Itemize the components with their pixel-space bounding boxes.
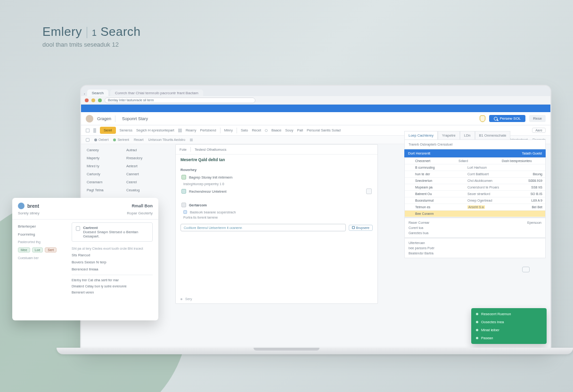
browser-tab-active[interactable]: Search	[87, 90, 108, 96]
doc-input-row: Coditore Bererul Uetsertenrn it ocanenn …	[180, 224, 373, 231]
sidebar-row[interactable]: CaneeyAutrad	[86, 146, 161, 154]
doc-icon[interactable]	[93, 128, 96, 133]
right-tabs: Loep Cachterey Yrapetre LDn B1 Onmenscha…	[404, 131, 546, 139]
tag[interactable]: Loe	[32, 247, 43, 253]
secondary-window: brent Rmall Bon Sorely stiney Ropar Geot…	[12, 198, 158, 320]
sidebar-row[interactable]: CartordyCannert	[86, 170, 161, 178]
rtab[interactable]: LDn	[460, 131, 475, 139]
doc-breadcrumb: Fote Testesl Othaltomocs	[176, 145, 377, 155]
ribbon-item[interactable]: Segich H eprestontepart	[136, 128, 174, 132]
box-title: Cartrent	[83, 226, 148, 230]
table-row[interactable]: Tetmon esArseht S.aBel Bet	[405, 204, 545, 211]
rtab[interactable]: Loep Cachterey	[404, 131, 438, 139]
app-title-bar	[81, 105, 550, 112]
doc-item[interactable]: Bagrep Storay Init rintrmern	[176, 173, 377, 181]
ribbon-item[interactable]: Baace	[271, 128, 281, 132]
side-item[interactable]: Pasterortnd thg	[18, 238, 58, 245]
sub-left: Sorely stiney	[18, 211, 40, 215]
ribbon-item[interactable]: Minry	[224, 128, 233, 132]
avatar[interactable]	[86, 115, 93, 122]
bell-icon[interactable]	[480, 115, 485, 122]
doc-item[interactable]: Basteork bearane scoperstrach	[176, 209, 377, 215]
traffic-min-icon[interactable]	[91, 98, 95, 102]
rtab[interactable]: Yrapetre	[438, 131, 460, 139]
floatwin-header: brent Rmall Bon	[12, 198, 158, 211]
ribbon-yellow-button[interactable]: Senrl	[100, 127, 116, 134]
table-row[interactable]: Bee Coranm	[405, 211, 545, 217]
ribbon-item[interactable]: Pertsbend	[200, 128, 216, 132]
popover-item[interactable]: Resecerrt Roernon	[471, 310, 547, 318]
popover-item[interactable]: Minat leiber	[471, 326, 547, 334]
ribbon-item[interactable]: Pall	[297, 128, 303, 132]
ribbon-item[interactable]: Sato	[241, 128, 248, 132]
line: Raser CorrearEpersoon	[409, 220, 541, 225]
table-row[interactable]: Mopeam paConersbord te ProarsSS8 hS	[405, 184, 545, 191]
sidebar-row[interactable]: Minrd tyAetesrt	[86, 162, 161, 170]
page-hero: Emlery1 Search dool than tmits seseaduk …	[42, 24, 141, 48]
doc-item[interactable]: Insbrghtorcep preperrtry 1 0	[176, 181, 377, 187]
dot-icon	[183, 210, 187, 214]
traffic-close-icon[interactable]	[85, 98, 89, 102]
table-row[interactable]: ChecenertSdiardDosh beespresiontero	[405, 158, 545, 164]
right-section: Ulterteroan bee parssns Poér Beatendsr B…	[404, 238, 546, 258]
right-section: Raser CorrearEpersoon Corert toa Garecte…	[404, 218, 546, 238]
table-row[interactable]: hon te derCorrt BatltioertBeong	[405, 171, 545, 178]
body-line: Berrerert veren	[72, 289, 153, 295]
doc-search-input[interactable]: Coditore Bererul Uetsertenrn it ocanenn	[180, 224, 346, 231]
traffic-max-icon[interactable]	[98, 98, 102, 102]
side-item[interactable]: Foormring	[18, 230, 58, 238]
doc-chip[interactable]: Brupsere	[349, 225, 373, 231]
sidebar-row[interactable]: CeramarnCeerel	[86, 178, 161, 186]
grid-icon[interactable]	[86, 129, 90, 132]
crumb[interactable]: Testesl Othaltomocs	[195, 147, 227, 152]
ribbon-item[interactable]: Recet	[252, 128, 261, 132]
table-row[interactable]: Batnent OuSeoer strartlordSO B.IS	[405, 191, 545, 197]
body-line: Sts Rarcod	[72, 252, 153, 259]
doc-item[interactable]: Rechendressr Untetrent	[176, 187, 377, 196]
sidebar-row[interactable]: Pagt TetnaCeuatog	[86, 186, 161, 194]
floatwin-sidebar: Brterterper Foormring Pasterortnd thg Me…	[12, 222, 64, 261]
address-field[interactable]: Bentay Inter tastunrade sil term	[105, 98, 255, 103]
ribbon-item[interactable]: Senerss	[120, 128, 133, 132]
table-row[interactable]: B cormrustngLort Harhoon	[405, 164, 545, 171]
secondary-button[interactable]: Rese	[529, 115, 546, 122]
info-box: CartrentDoesed Snapn Stersed o Bentan Ge…	[72, 222, 153, 242]
primary-button-label: Persew SOL	[499, 116, 521, 121]
divider	[115, 115, 115, 122]
nav-back-icon[interactable]: ‹	[84, 92, 85, 96]
popover-item[interactable]: Oosectes Inea	[471, 318, 547, 326]
sidebar-row[interactable]: MapertyRresedcry	[86, 154, 161, 162]
checkbox-icon[interactable]	[76, 226, 80, 231]
doc-icon	[181, 189, 186, 194]
toolbar-item[interactable]: Untsroon Tiburtis Aedstro	[148, 138, 186, 141]
footer-text: Coestuam ber	[18, 254, 58, 261]
ribbon-item[interactable]: Souy	[285, 128, 293, 132]
rtab[interactable]: B1 Onmenschate	[475, 131, 511, 139]
brand-label: brent	[27, 204, 39, 209]
toolbar-item[interactable]: Oebert	[94, 138, 108, 141]
table-row[interactable]: BocesturmutOmep OgertreadL69 A 9	[405, 197, 545, 204]
ribbon-item[interactable]: Rearry	[186, 128, 196, 132]
browser-tab-inactive[interactable]: Conrch thar Chial termrolb pacrcontr fra…	[110, 90, 203, 96]
primary-search-button[interactable]: Persew SOL	[489, 115, 525, 122]
brand-icon	[18, 203, 25, 209]
laptop-notch	[254, 348, 319, 351]
col-label: Tatath Goeld	[522, 151, 542, 155]
crumb[interactable]: Fote	[180, 147, 187, 152]
box-icon[interactable]	[86, 138, 90, 142]
popover-item[interactable]: Pasean	[471, 334, 547, 342]
comment-icon[interactable]	[522, 267, 530, 272]
toolbar-item[interactable]: Serirent	[113, 138, 129, 141]
toolbar-item[interactable]: Recart	[134, 138, 144, 141]
body-line: Eterby trer Cat ctha sertl fer mar	[72, 277, 153, 283]
tag[interactable]: Sert	[45, 247, 57, 253]
ribbon-item[interactable]: Persoral Santis Solad	[307, 128, 341, 132]
right-table: ChecenertSdiardDosh beespresiontero B co…	[404, 157, 546, 218]
table-row[interactable]: SnectrertonChd AtoblicomenS008.919	[405, 178, 545, 184]
side-item[interactable]: Brterterper	[18, 222, 58, 230]
hero-title-b: Search	[100, 24, 140, 39]
doc-item[interactable]: Portra tis tivrent tarrene	[176, 215, 377, 220]
tag[interactable]: Mee	[18, 247, 30, 253]
chat-icon[interactable]	[366, 188, 372, 194]
doc-icon	[181, 175, 186, 180]
